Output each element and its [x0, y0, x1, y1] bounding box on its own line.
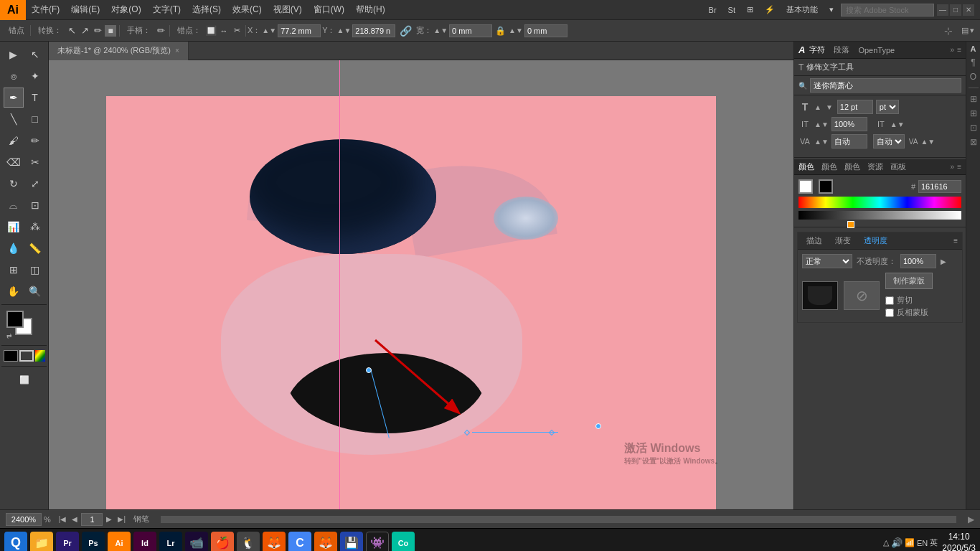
blend-tool[interactable]: ⊞: [4, 260, 24, 280]
y-input[interactable]: [352, 24, 395, 37]
char-tab-char[interactable]: 字符: [809, 44, 825, 55]
color-tab-boards[interactable]: 画板: [890, 161, 906, 172]
far-right-icon-4[interactable]: ⊞: [970, 94, 977, 104]
menu-window[interactable]: 窗口(W): [308, 0, 350, 19]
color-panel-menu-icon[interactable]: ≡: [957, 163, 961, 171]
foreground-color[interactable]: [6, 311, 24, 328]
zoom-input[interactable]: [6, 513, 42, 526]
taskbar-media-encoder[interactable]: 📹: [185, 532, 208, 552]
taskbar-photoshop[interactable]: Ps: [82, 532, 105, 552]
taskbar-illustrator[interactable]: Ai: [108, 532, 131, 552]
menu-help[interactable]: 帮助(H): [350, 0, 391, 19]
color-tab-2[interactable]: 颜色: [821, 161, 837, 172]
text-tool[interactable]: T: [25, 88, 45, 108]
height-input[interactable]: [524, 24, 567, 37]
font-size-unit-select[interactable]: pt: [876, 100, 899, 114]
brush-tool[interactable]: 🖌: [4, 131, 24, 151]
zoom-tool[interactable]: 🔍: [25, 281, 45, 301]
rect-tool[interactable]: □: [25, 109, 45, 129]
handle-icon1[interactable]: ✏: [155, 25, 166, 37]
anchor-point-2[interactable]: [595, 423, 601, 429]
opacity-arrow-icon[interactable]: ▶: [941, 258, 946, 265]
make-mask-button[interactable]: 制作蒙版: [885, 273, 933, 289]
transform-icon4[interactable]: ■: [105, 25, 116, 37]
far-right-icon-6[interactable]: ⊡: [970, 123, 977, 133]
taskbar-premiere[interactable]: Pr: [56, 532, 79, 552]
lasso-tool[interactable]: ⌾: [4, 66, 24, 86]
clip-checkbox[interactable]: [885, 296, 894, 305]
opacity-input[interactable]: [900, 254, 936, 268]
tracking-input[interactable]: [831, 134, 867, 149]
taskbar-browser[interactable]: Q: [4, 532, 27, 552]
taskbar-lightroom[interactable]: Lr: [159, 532, 182, 552]
grid-icon[interactable]: ⊞: [743, 4, 758, 16]
taskbar-misc[interactable]: 👾: [366, 532, 389, 552]
taskbar-files[interactable]: 📁: [30, 532, 53, 552]
width-input[interactable]: [449, 24, 492, 37]
corner-icon3[interactable]: ✂: [231, 25, 242, 37]
page-input[interactable]: [81, 513, 103, 526]
taskbar-coda[interactable]: Co: [392, 532, 415, 552]
tray-icon-signal[interactable]: 📶: [905, 538, 915, 547]
color-panel-expand-icon[interactable]: »: [951, 163, 955, 171]
anchor-point-1[interactable]: [366, 367, 372, 373]
taskbar-firefox[interactable]: 🦊: [314, 532, 337, 552]
white-swatch[interactable]: [798, 179, 813, 194]
align-icon[interactable]: ⊹: [940, 25, 957, 37]
color-tab-1[interactable]: 颜色: [798, 161, 814, 172]
menu-object[interactable]: 对象(O): [105, 0, 146, 19]
magic-wand-tool[interactable]: ✦: [25, 66, 45, 86]
far-right-icon-2[interactable]: ¶: [971, 57, 975, 67]
maximize-button[interactable]: □: [950, 4, 961, 16]
tracking-select[interactable]: 自动: [873, 134, 905, 149]
trans-tab-gradient[interactable]: 渐变: [831, 235, 855, 246]
far-right-icon-5[interactable]: ⊞: [970, 108, 977, 118]
prev-page-btn[interactable]: ◀: [70, 514, 80, 524]
tray-icon-2[interactable]: 🔊: [891, 537, 903, 548]
pen-tool[interactable]: ✒: [4, 88, 24, 108]
tray-icon-lang[interactable]: 英: [930, 537, 938, 548]
color-tab-resources[interactable]: 资源: [867, 161, 883, 172]
panel-toggle[interactable]: ▤▾: [958, 26, 977, 35]
color-tab-3[interactable]: 颜色: [844, 161, 860, 172]
warp-tool[interactable]: ⌓: [4, 195, 24, 215]
scroll-right-icon[interactable]: ▶: [968, 514, 974, 524]
font-size-input[interactable]: [837, 100, 873, 114]
scissor-tool[interactable]: ✂: [25, 152, 45, 172]
far-right-icon-3[interactable]: O: [970, 72, 976, 82]
color-indicator[interactable]: [847, 221, 854, 228]
taskbar-bird2[interactable]: 🦊: [263, 532, 286, 552]
trans-tab-opacity[interactable]: 透明度: [859, 235, 892, 246]
taskbar-indesign[interactable]: Id: [133, 532, 156, 552]
document-tab[interactable]: 未标题-1* @ 2400% (RGB/预览) ×: [49, 42, 189, 60]
transform-icon1[interactable]: ↖: [66, 25, 77, 37]
far-right-icon-7[interactable]: ⊠: [970, 137, 977, 147]
pencil-tool[interactable]: ✏: [25, 131, 45, 151]
black-swatch[interactable]: [819, 179, 833, 194]
swap-colors-icon[interactable]: ⇄: [6, 332, 12, 339]
fill-box[interactable]: [4, 350, 18, 362]
corner-icon[interactable]: 🔲: [205, 25, 217, 37]
scroll-bar[interactable]: [161, 516, 956, 523]
far-right-icon-1[interactable]: A: [971, 44, 976, 53]
chart-tool[interactable]: 📊: [4, 217, 24, 237]
bridge-icon[interactable]: Br: [705, 4, 721, 16]
thunder-icon[interactable]: ⚡: [760, 4, 779, 16]
hand-tool[interactable]: ✋: [4, 281, 24, 301]
invert-checkbox[interactable]: [885, 309, 894, 317]
color-spectrum-bar[interactable]: [798, 197, 961, 208]
workspace-selector[interactable]: 基本功能: [782, 3, 822, 17]
system-clock[interactable]: 14:10 2020/5/3: [942, 532, 976, 551]
menu-select[interactable]: 选择(S): [187, 0, 227, 19]
stroke-box[interactable]: [19, 350, 34, 362]
minimize-button[interactable]: —: [937, 4, 948, 16]
menu-edit[interactable]: 编辑(E): [65, 0, 105, 19]
scale-input[interactable]: [831, 117, 867, 131]
free-transform[interactable]: ⊡: [25, 195, 45, 215]
menu-effect[interactable]: 效果(C): [227, 0, 268, 19]
select-tool[interactable]: ▶: [4, 44, 24, 65]
search-input[interactable]: [841, 4, 934, 17]
tray-icon-en[interactable]: EN: [917, 539, 928, 547]
x-input[interactable]: [278, 24, 321, 37]
tray-icon-1[interactable]: △: [883, 538, 889, 547]
